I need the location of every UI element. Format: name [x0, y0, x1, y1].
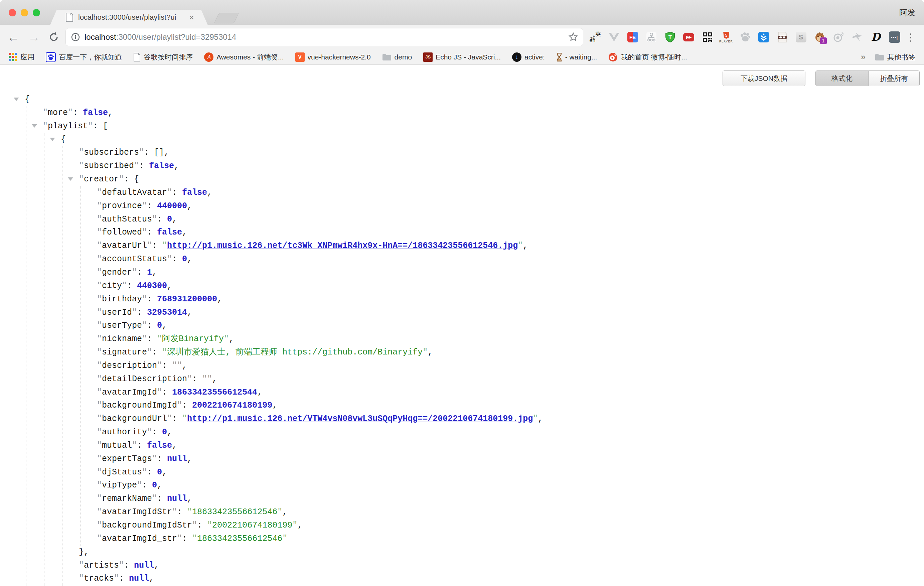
address-bar[interactable]: localhost:3000/user/playlist?uid=3295301… [66, 28, 583, 46]
json-token: more [48, 108, 68, 117]
back-button[interactable]: ← [7, 31, 19, 43]
double-chevron-icon[interactable] [757, 31, 769, 43]
collapse-triangle-icon[interactable] [68, 177, 73, 181]
json-token: : [137, 441, 147, 451]
bookmark-apps[interactable]: 应用 [9, 53, 35, 62]
json-token: " [167, 188, 172, 198]
qr-code-icon[interactable] [701, 31, 713, 43]
fast-forward-icon[interactable]: ▶▶ [683, 31, 695, 43]
translate-icon[interactable]: ⇄ 英 en [589, 31, 601, 43]
json-token: : [162, 361, 172, 370]
json-token: " [277, 507, 282, 517]
collapse-triangle-icon[interactable] [32, 124, 37, 128]
bookmarks-overflow-icon[interactable]: » [861, 52, 866, 62]
close-window-button[interactable] [9, 9, 16, 17]
json-line: }, [0, 546, 924, 559]
sitemap-icon[interactable] [645, 31, 657, 43]
json-token: " [97, 215, 102, 224]
vue-devtools-icon[interactable] [608, 31, 620, 43]
extension-badge: 1 [820, 38, 827, 44]
json-link[interactable]: http://p1.music.126.net/VTW4vsN08vwL3uSQ… [187, 414, 533, 424]
browser-menu-icon[interactable]: ⋮ [906, 31, 916, 43]
view-mode-toggle: 格式化 折叠所有 [815, 71, 920, 86]
mask-icon[interactable] [776, 31, 788, 43]
json-token: : [127, 281, 137, 291]
bookmark-star-icon[interactable] [568, 32, 578, 42]
bookmark-other[interactable]: 其他书签 [875, 53, 915, 62]
bookmark-google-sort[interactable]: 谷歌按时间排序 [133, 53, 193, 62]
bookmark-waiting[interactable]: - waiting... [556, 53, 597, 61]
json-token: birthday [102, 294, 142, 304]
json-token: false [147, 441, 172, 451]
bookmark-echojs[interactable]: JS Echo JS - JavaScri... [423, 53, 501, 62]
json-token: , [212, 374, 217, 384]
tab-close-icon[interactable]: × [189, 13, 194, 22]
json-token: " [97, 201, 102, 211]
json-token: " [97, 188, 102, 198]
json-token: " [187, 507, 192, 517]
site-info-icon[interactable] [71, 33, 80, 41]
json-token: " [192, 534, 197, 543]
json-link[interactable]: http://p1.music.126.net/tc3Wk_XNPmwiR4hx… [167, 241, 518, 251]
format-button[interactable]: 格式化 [816, 71, 868, 86]
json-token: 1 [147, 267, 152, 277]
json-token: , [187, 308, 192, 317]
browser-toolbar: ← → localhost:3000/user/playlist?uid=329… [0, 25, 924, 50]
download-json-button[interactable]: 下载JSON数据 [723, 71, 805, 86]
json-line: "defaultAvatar": false, [0, 186, 924, 200]
bookmark-weibo[interactable]: 我的首页 微博-随时... [608, 53, 687, 62]
folder-icon [382, 53, 391, 61]
bird-icon[interactable] [851, 31, 863, 43]
html5-player-icon[interactable]: 5 PLAYER [720, 31, 732, 43]
json-token: : [152, 347, 162, 357]
s-icon[interactable]: S [795, 31, 807, 43]
collapse-triangle-icon[interactable] [14, 97, 19, 101]
json-token: : [124, 561, 134, 570]
json-token: backgroundUrl [102, 414, 167, 424]
baidu-paw-icon [46, 52, 56, 62]
collapse-all-button[interactable]: 折叠所有 [868, 71, 919, 86]
json-token: accountStatus [102, 254, 167, 264]
json-token: 18633423556612546 [197, 534, 282, 543]
bookmark-demo[interactable]: demo [382, 53, 412, 61]
monkey-icon[interactable]: 1 [814, 31, 825, 43]
json-token: , [282, 507, 287, 517]
bookmark-baidu[interactable]: 百度一下，你就知道 [46, 52, 122, 62]
maximize-window-button[interactable] [33, 9, 40, 17]
json-token: : [ [93, 121, 108, 131]
json-token: , [174, 161, 179, 171]
paw-icon[interactable] [739, 31, 751, 43]
weibo-eye-icon[interactable] [832, 31, 844, 43]
json-token: gender [102, 267, 132, 277]
json-token: userId [102, 308, 132, 317]
json-token: " [182, 414, 187, 424]
page-icon [133, 53, 141, 61]
json-token: " [533, 414, 538, 424]
json-line: "authority": 0, [0, 426, 924, 439]
bookmark-active[interactable]: ↓ active: [512, 53, 545, 62]
json-token: " [132, 267, 137, 277]
reload-button[interactable] [48, 31, 59, 43]
minimize-window-button[interactable] [21, 9, 28, 17]
json-viewer: {"more": false,"playlist": [{"subscriber… [0, 93, 924, 586]
json-token: , [157, 480, 162, 490]
json-token: " [282, 534, 287, 543]
json-token: avatarImgId [102, 388, 157, 397]
browser-profile-name[interactable]: 阿发 [899, 7, 915, 18]
new-tab-button[interactable] [214, 13, 239, 23]
forward-button[interactable]: → [28, 31, 40, 43]
clipper-icon[interactable]: •••| [889, 31, 900, 43]
fe-icon[interactable]: FE [627, 31, 639, 43]
json-token: " [97, 454, 102, 464]
browser-tab[interactable]: localhost:3000/user/playlist?ui × [50, 10, 208, 25]
tampermonkey-shield-icon[interactable]: T [664, 31, 676, 43]
d-icon[interactable]: D [870, 31, 881, 43]
json-line: "signature": "深圳市爱猫人士, 前端工程师 https://git… [0, 346, 924, 359]
collapse-triangle-icon[interactable] [50, 138, 55, 141]
bookmark-awesomes[interactable]: A Awesomes - 前端资... [204, 53, 284, 62]
url-text[interactable]: localhost:3000/user/playlist?uid=3295301… [84, 32, 568, 42]
json-line: "avatarUrl": "http://p1.music.126.net/tc… [0, 239, 924, 253]
json-token: 2002210674180199 [212, 520, 292, 530]
bookmark-vue-hackernews[interactable]: V vue-hackernews-2.0 [295, 53, 371, 62]
json-token: authStatus [102, 215, 152, 224]
